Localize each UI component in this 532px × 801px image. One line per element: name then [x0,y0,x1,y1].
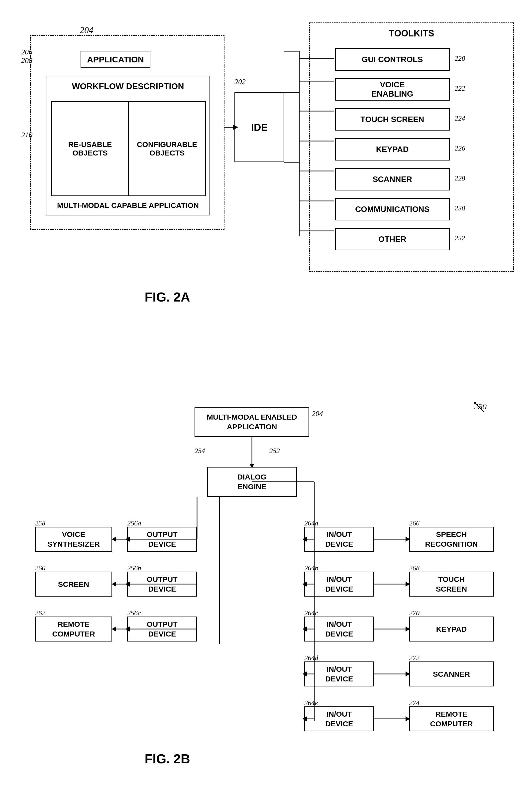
application-box: APPLICATION [80,51,150,68]
page: 204 206 208 210 212 APPLICATION WORKFLOW… [0,0,532,801]
output-device-a: OUTPUTDEVICE [127,527,197,552]
toolkit-touch-label: TOUCH SCREEN [360,115,424,124]
scanner-label: SCANNER [433,669,470,679]
mma-node: MULTI-MODAL ENABLEDAPPLICATION [194,407,309,437]
ref-210: 210 [21,130,33,139]
remote-comp-left-node: REMOTECOMPUTER [35,617,112,641]
toolkits-box: TOOLKITS GUI CONTROLS 220 VOICEENABLING … [309,22,514,272]
toolkit-touch-screen: TOUCH SCREEN [335,108,450,130]
toolkit-scanner-label: SCANNER [373,175,412,184]
svg-marker-22 [112,537,116,542]
toolkit-voice-enabling: VOICEENABLING [335,78,450,101]
ref-258: 258 [35,519,45,527]
ref-204b: 204 [312,409,323,418]
ref-264c: 264c [304,609,318,617]
keypad-node: KEYPAD [409,617,494,641]
inout-d: IN/OUTDEVICE [304,661,374,687]
ref-208: 208 [21,56,33,65]
inout-b: IN/OUTDEVICE [304,571,374,597]
reusable-objects: RE-USABLEOBJECTS [52,102,129,196]
application-label: APPLICATION [87,55,144,65]
ide-label: IDE [251,122,268,133]
ref-202: 202 [234,77,246,86]
ref-232: 232 [455,234,465,242]
configurable-label: CONFIGURABLEOBJECTS [137,140,197,157]
toolkit-gui-label: GUI CONTROLS [362,55,423,64]
ref-270: 270 [409,609,419,617]
workflow-box: WORKFLOW DESCRIPTION RE-USABLEOBJECTS CO… [46,76,210,215]
reusable-label: RE-USABLEOBJECTS [68,140,112,157]
output-device-a-label: OUTPUTDEVICE [147,529,177,549]
ref-228: 228 [455,174,465,182]
remote-comp-left-label: REMOTECOMPUTER [52,619,95,639]
ref-222: 222 [455,84,465,92]
configurable-objects: CONFIGURABLEOBJECTS [129,102,205,196]
ref-256b: 256b [127,564,141,572]
ref-272: 272 [409,654,419,662]
svg-marker-26 [112,582,116,587]
touch-screen-node: TOUCHSCREEN [409,571,494,597]
ref-262: 262 [35,609,45,617]
ref-264b: 264b [304,564,318,572]
toolkits-title: TOOLKITS [310,28,513,39]
voice-synth-label: VOICESYNTHESIZER [48,529,100,549]
inout-c: IN/OUTDEVICE [304,617,374,641]
ref-256a: 256a [127,519,141,527]
scanner-node: SCANNER [409,661,494,687]
toolkit-comms-label: COMMUNICATIONS [355,205,430,214]
remote-comp-right-node: REMOTECOMPUTER [409,706,494,731]
ref-224: 224 [455,114,465,122]
inout-a-label: IN/OUTDEVICE [325,529,353,549]
ref-226: 226 [455,144,465,152]
ref-260: 260 [35,564,45,572]
ref-256c: 256c [127,609,141,617]
touch-screen-label: TOUCHSCREEN [436,575,467,594]
speech-rec-label: SPEECHRECOGNITION [425,529,478,549]
ref-254: 254 [194,447,205,455]
toolkit-communications: COMMUNICATIONS [335,198,450,220]
voice-synth-node: VOICESYNTHESIZER [35,527,112,552]
dialog-engine-node: DIALOGENGINE [207,467,297,497]
remote-comp-right-label: REMOTECOMPUTER [430,709,473,729]
output-device-c: OUTPUTDEVICE [127,617,197,641]
fig2b-diagram: 250 MULTI-MODAL ENABLEDAPPLICATION 204 2… [20,397,512,801]
output-device-b: OUTPUTDEVICE [127,571,197,597]
workflow-title: WORKFLOW DESCRIPTION [46,76,209,94]
fig2a-label: FIG. 2A [145,290,190,305]
screen-node: SCREEN [35,571,112,597]
ref-230: 230 [455,204,465,212]
fig2a-diagram: 204 206 208 210 212 APPLICATION WORKFLOW… [20,15,512,377]
svg-marker-30 [112,626,116,632]
mma-label: MULTI-MODAL CAPABLE APPLICATION [46,201,209,210]
toolkit-keypad: KEYPAD [335,138,450,161]
ref-268: 268 [409,564,419,572]
ref-264d: 264d [304,654,318,662]
keypad-label: KEYPAD [436,624,467,634]
ref-220: 220 [455,54,465,62]
workflow-inner: RE-USABLEOBJECTS CONFIGURABLEOBJECTS [51,101,206,196]
ref-274: 274 [409,699,419,707]
ref-264e: 264e [304,699,318,707]
ref-250-arrow [471,399,486,414]
speech-rec-node: SPEECHRECOGNITION [409,527,494,552]
ide-box: IDE [234,92,284,162]
toolkit-other-label: OTHER [378,235,406,244]
inout-b-label: IN/OUTDEVICE [325,575,353,594]
ref-206: 206 [21,48,33,56]
screen-label: SCREEN [58,579,89,589]
output-device-b-label: OUTPUTDEVICE [147,575,177,594]
inout-e-label: IN/OUTDEVICE [325,709,353,729]
toolkit-voice-label: VOICEENABLING [372,80,413,98]
dialog-engine-label: DIALOGENGINE [238,472,267,491]
fig2b-connectors [20,397,512,801]
fig2b-label: FIG. 2B [145,751,190,766]
toolkit-other: OTHER [335,228,450,250]
toolkit-scanner: SCANNER [335,168,450,190]
ref-264a: 264a [304,519,318,527]
ref-252: 252 [269,447,280,455]
inout-c-label: IN/OUTDEVICE [325,619,353,639]
mma-box: 206 208 210 212 APPLICATION WORKFLOW DES… [30,35,225,230]
ref-204: 204 [80,25,93,35]
ref-266: 266 [409,519,419,527]
mma-node-label: MULTI-MODAL ENABLEDAPPLICATION [207,412,297,432]
